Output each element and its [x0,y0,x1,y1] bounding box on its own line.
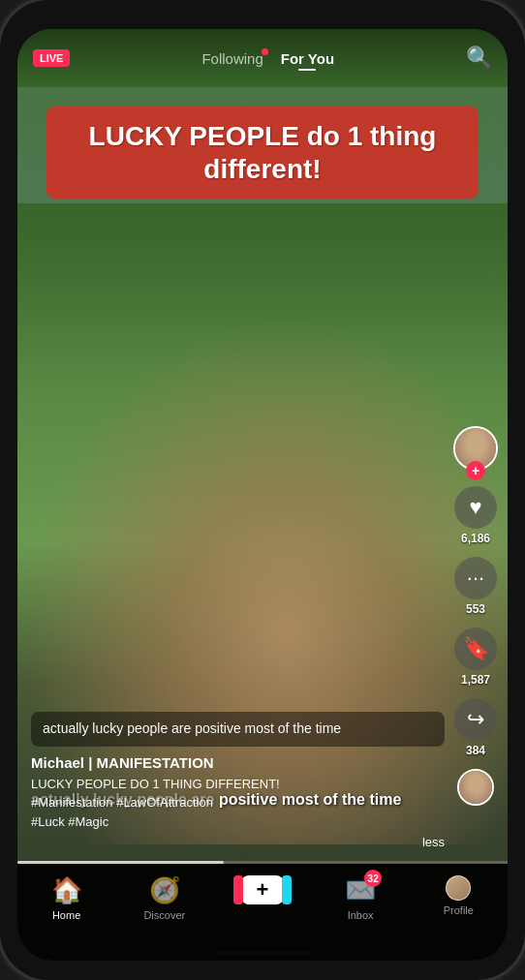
like-button[interactable]: ♥ 6,186 [454,486,497,545]
caption-text: actually lucky people are positive most … [43,720,433,739]
profile-label: Profile [444,904,474,916]
inbox-badge: 32 [364,870,382,887]
right-sidebar: + ♥ 6,186 ··· 553 🔖 1,587 ↪ 384 [453,426,498,806]
search-icon[interactable]: 🔍 [466,46,492,71]
bookmark-icon: 🔖 [454,628,497,670]
heart-icon: ♥ [454,486,497,529]
nav-item-discover[interactable]: 🧭 Discover [136,875,194,921]
small-avatar [457,769,494,806]
comment-icon: ··· [454,557,497,599]
profile-avatar-nav [446,875,471,901]
comment-count: 553 [466,602,485,616]
title-text: LUCKY PEOPLE do 1 thing different! [64,120,461,185]
nav-item-add[interactable]: + [233,875,292,904]
caption-bubble: actually lucky people are positive most … [31,712,445,747]
like-count: 6,186 [461,532,490,545]
add-icon: + [257,877,269,903]
follow-button[interactable]: + [466,461,485,480]
home-label: Home [52,909,80,921]
share-button[interactable]: ↪ 384 [454,698,497,757]
bottom-nav: 🏠 Home 🧭 Discover + ✉️ 32 Inbox [17,864,508,961]
nav-item-home[interactable]: 🏠 Home [38,875,96,921]
screen: LIVE Following For You 🔍 LUCKY PEOPLE do… [17,29,508,961]
phone-frame: LIVE Following For You 🔍 LUCKY PEOPLE do… [0,0,525,980]
comment-button[interactable]: ··· 553 [454,557,497,616]
title-box: LUCKY PEOPLE do 1 thing different! [46,107,479,199]
inbox-label: Inbox [348,909,374,921]
title-overlay: LUCKY PEOPLE do 1 thing different! [46,107,479,199]
home-icon: 🏠 [51,875,82,905]
notification-dot [262,48,268,55]
discover-label: Discover [143,909,185,921]
add-button[interactable]: + [241,875,284,904]
creator-avatar-container[interactable]: + [453,426,498,471]
tab-following[interactable]: Following [201,50,262,67]
share-icon: ↪ [454,698,497,741]
share-count: 384 [466,744,485,757]
bottom-info: actually lucky people are positive most … [31,712,445,849]
description: LUCKY PEOPLE DO 1 THING DIFFERENT! #Mani… [31,775,445,832]
tab-foryou[interactable]: For You [281,50,334,67]
inbox-icon-wrap: ✉️ 32 [345,875,376,905]
less-button[interactable]: less [31,835,445,849]
header: LIVE Following For You 🔍 [17,29,508,87]
profile-small-avatar[interactable] [457,769,494,806]
discover-icon: 🧭 [149,875,180,905]
nav-item-inbox[interactable]: ✉️ 32 Inbox [331,875,389,921]
nav-tabs: Following For You [201,50,334,67]
bookmark-count: 1,587 [461,673,490,687]
nav-item-profile[interactable]: Profile [429,875,487,916]
bookmark-button[interactable]: 🔖 1,587 [454,628,497,687]
live-badge[interactable]: LIVE [33,49,70,67]
username[interactable]: Michael | MANIFESTATION [31,754,445,771]
